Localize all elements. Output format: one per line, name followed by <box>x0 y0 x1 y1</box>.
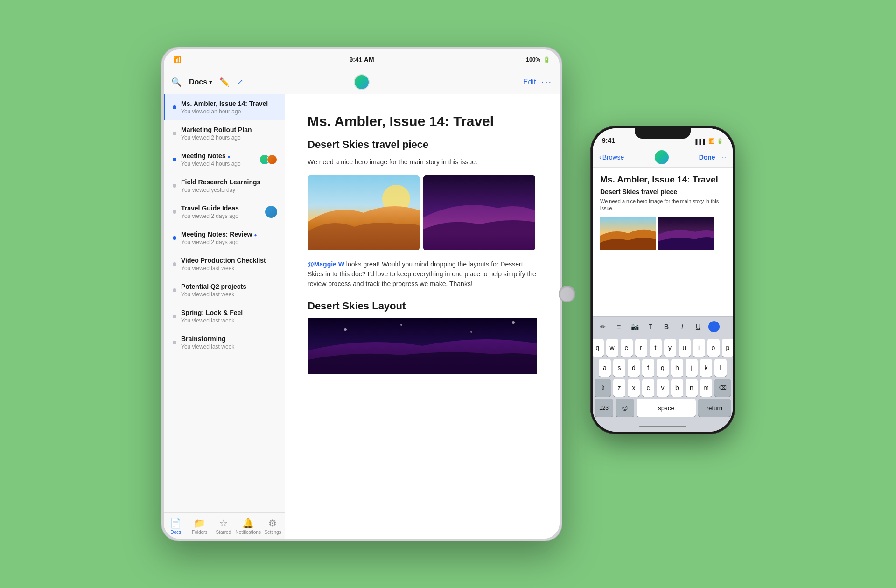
sidebar-item-meeting-review[interactable]: Meeting Notes: Review ● You viewed 2 day… <box>164 225 285 251</box>
ipad-content: Ms. Ambler, Issue 14: Travel You viewed … <box>164 94 560 539</box>
format-camera-icon[interactable]: 📷 <box>629 321 640 332</box>
wifi-icon: 📶 <box>173 56 181 63</box>
format-list-icon[interactable]: ≡ <box>613 321 624 332</box>
key-l[interactable]: l <box>714 359 727 377</box>
tab-folders[interactable]: 📁 Folders <box>188 516 211 537</box>
iphone-doc-title: Ms. Ambler, Issue 14: Travel <box>600 174 725 185</box>
iphone-keyboard: q w e r t y u i o p a s d f g h <box>593 336 733 421</box>
sidebar-item-field-research[interactable]: Field Research Learnings You viewed yest… <box>164 173 285 199</box>
edit-button[interactable]: Edit <box>523 78 536 86</box>
dot <box>173 236 176 240</box>
sidebar-item-title: Brainstorming <box>181 335 277 343</box>
format-underline-icon[interactable]: U <box>693 321 704 332</box>
sidebar-item-subtitle: You viewed last week <box>181 291 277 298</box>
return-key[interactable]: return <box>698 399 731 417</box>
sidebar-item-marketing[interactable]: Marketing Rollout Plan You viewed 2 hour… <box>164 120 285 147</box>
sidebar-item-spring[interactable]: Spring: Look & Feel You viewed last week <box>164 303 285 329</box>
format-italic-icon[interactable]: I <box>677 321 688 332</box>
key-q[interactable]: q <box>593 339 604 357</box>
ipad-toolbar: 🔍 Docs ▾ ✏️ ⤢ Edit ··· <box>164 70 560 94</box>
key-z[interactable]: z <box>613 379 625 397</box>
key-x[interactable]: x <box>628 379 640 397</box>
docs-dropdown-button[interactable]: Docs ▾ <box>189 78 212 86</box>
sidebar-item-text: Potential Q2 projects You viewed last we… <box>181 283 277 298</box>
delete-key[interactable]: ⌫ <box>714 379 731 397</box>
user-avatar[interactable] <box>354 74 370 90</box>
desert-purple-image <box>423 175 535 250</box>
sidebar-item-video-prod[interactable]: Video Production Checklist You viewed la… <box>164 251 285 277</box>
shift-key[interactable]: ⇧ <box>595 379 611 397</box>
compose-icon[interactable]: ✏️ <box>219 77 230 87</box>
sidebar-item-potential-q2[interactable]: Potential Q2 projects You viewed last we… <box>164 277 285 303</box>
num-key[interactable]: 123 <box>595 399 613 417</box>
tab-starred[interactable]: ☆ Starred <box>211 516 235 537</box>
key-k[interactable]: k <box>700 359 712 377</box>
sidebar-item-subtitle: You viewed yesterday <box>181 187 277 193</box>
ipad-status-left: 📶 <box>173 56 181 63</box>
tab-docs[interactable]: 📄 Docs <box>164 516 188 537</box>
sidebar-item-text: Travel Guide Ideas You viewed 2 days ago <box>181 204 260 219</box>
more-options-icon[interactable]: ··· <box>720 153 726 161</box>
emoji-key[interactable]: ☺ <box>616 399 634 417</box>
sidebar-item-ms-ambler[interactable]: Ms. Ambler, Issue 14: Travel You viewed … <box>164 94 285 120</box>
done-button[interactable]: Done <box>699 154 715 161</box>
iphone-document[interactable]: Ms. Ambler, Issue 14: Travel Desert Skie… <box>593 168 733 316</box>
document-area[interactable]: Ms. Ambler, Issue 14: Travel Desert Skie… <box>285 94 560 539</box>
sidebar-item-meeting-notes[interactable]: Meeting Notes ● You viewed 4 hours ago <box>164 147 285 173</box>
format-bold-icon[interactable]: B <box>661 321 672 332</box>
chevron-down-icon: ▾ <box>209 79 212 85</box>
key-i[interactable]: i <box>693 339 705 357</box>
battery-icon: 🔋 <box>543 56 550 63</box>
iphone-doc-body1: We need a nice hero image for the main s… <box>600 198 725 212</box>
tab-settings[interactable]: ⚙ Settings <box>261 516 285 537</box>
kb-row-1: q w e r t y u i o p <box>595 339 731 357</box>
key-y[interactable]: y <box>664 339 676 357</box>
back-button[interactable]: ‹ Browse <box>599 154 624 161</box>
search-icon[interactable]: 🔍 <box>171 77 182 87</box>
key-p[interactable]: p <box>722 339 733 357</box>
format-send-icon[interactable]: › <box>708 321 720 332</box>
tab-notifications[interactable]: 🔔 Notifications <box>235 516 260 537</box>
key-h[interactable]: h <box>671 359 683 377</box>
sidebar-item-subtitle: You viewed last week <box>181 265 277 272</box>
format-text-icon[interactable]: ✏ <box>597 321 609 332</box>
key-u[interactable]: u <box>679 339 691 357</box>
more-options-icon[interactable]: ··· <box>541 77 552 87</box>
sidebar-item-brainstorming[interactable]: Brainstorming You viewed last week <box>164 329 285 356</box>
key-t[interactable]: t <box>650 339 662 357</box>
signal-icon: ▌▌▌ <box>696 139 707 144</box>
active-dot <box>173 105 176 109</box>
key-f[interactable]: f <box>642 359 654 377</box>
key-g[interactable]: g <box>657 359 669 377</box>
wifi-icon: 📶 <box>708 138 715 144</box>
key-n[interactable]: n <box>686 379 698 397</box>
key-b[interactable]: b <box>671 379 683 397</box>
ipad-home-button[interactable] <box>559 286 575 302</box>
sidebar-item-text: Ms. Ambler, Issue 14: Travel You viewed … <box>181 100 277 115</box>
format-T-icon[interactable]: T <box>645 321 656 332</box>
dot <box>173 132 176 135</box>
svg-point-6 <box>470 331 472 333</box>
key-c[interactable]: c <box>642 379 654 397</box>
space-key[interactable]: space <box>637 399 696 417</box>
ipad-time: 9:41 AM <box>349 56 374 63</box>
iphone-screen: 9:41 ▌▌▌ 📶 🔋 ‹ Browse Done ··· <box>593 128 733 432</box>
key-a[interactable]: a <box>599 359 611 377</box>
folders-tab-label: Folders <box>192 530 207 535</box>
key-v[interactable]: v <box>657 379 669 397</box>
expand-icon[interactable]: ⤢ <box>237 77 243 86</box>
key-d[interactable]: d <box>628 359 640 377</box>
key-e[interactable]: e <box>621 339 633 357</box>
key-m[interactable]: m <box>700 379 712 397</box>
key-r[interactable]: r <box>635 339 647 357</box>
docs-label: Docs <box>189 78 207 86</box>
battery-icon: 🔋 <box>717 138 723 144</box>
sidebar-item-text: Brainstorming You viewed last week <box>181 335 277 350</box>
sidebar-item-travel-guide[interactable]: Travel Guide Ideas You viewed 2 days ago <box>164 199 285 225</box>
sidebar-item-title: Video Production Checklist <box>181 257 277 264</box>
key-w[interactable]: w <box>606 339 618 357</box>
iphone-notch <box>635 128 691 139</box>
key-o[interactable]: o <box>707 339 720 357</box>
key-s[interactable]: s <box>613 359 625 377</box>
key-j[interactable]: j <box>686 359 698 377</box>
